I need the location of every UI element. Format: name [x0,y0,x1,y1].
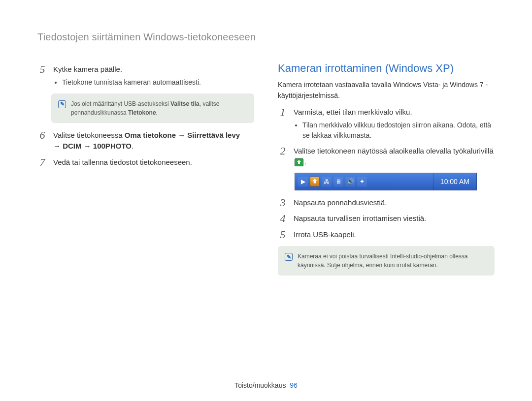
step-body: Valitse tietokoneessa Oma tietokone → Si… [53,130,254,152]
taskbar-clock[interactable]: 10:00 AM [433,173,476,190]
step-number: 1 [278,107,288,141]
two-column-layout: 5 Kytke kamera päälle. Tietokone tunnist… [37,59,495,282]
windows-taskbar-systray: ▶ 🖧 🖥 🔊 ✦ 10:00 AM [295,173,477,190]
tray-start-arrow-icon[interactable]: ▶ [298,177,308,186]
tray-device-icon[interactable]: 🖥 [333,177,343,186]
step-number: 5 [278,229,288,241]
page-number: 96 [290,381,298,389]
section-title: Kameran irrottaminen (Windows XP) [278,62,495,75]
r-step-2: 2 Valitse tietokoneen näytössä alaoikeal… [278,146,495,168]
step-title: Kytke kamera päälle. [53,64,254,75]
step-7: 7 Vedä tai tallenna tiedostot tietokonee… [37,157,254,168]
section-intro: Kamera irrotetaan vastaavalla tavalla Wi… [278,80,495,101]
tray-volume-icon[interactable]: 🔊 [345,177,355,186]
step-body: Varmista, ettei tilan merkkivalo vilku. … [294,107,495,141]
step-body: Kytke kamera päälle. Tietokone tunnistaa… [53,64,254,88]
step-title: Irrota USB-kaapeli. [294,229,495,241]
step-number: 5 [37,64,47,88]
safely-remove-hardware-icon[interactable] [310,177,320,186]
step-title: Vedä tai tallenna tiedostot tietokoneese… [53,157,254,168]
step-6: 6 Valitse tietokoneessa Oma tietokone → … [37,130,254,152]
info-box: ✎ Jos olet määrittänyt USB-asetukseksi V… [51,93,254,123]
info-box: ✎ Kameraa ei voi poistaa turvallisesti I… [278,246,495,276]
step-bullet: Tietokone tunnistaa kameran automaattise… [62,77,254,88]
step-number: 3 [278,197,288,209]
document-page: Tiedostojen siirtäminen Windows-tietokon… [0,0,532,401]
step-title: Napsauta turvallisen irrottamisen viesti… [294,213,495,224]
footer-section: Toisto/muokkaus [234,381,286,389]
r-step-4: 4 Napsauta turvallisen irrottamisen vies… [278,213,495,224]
tray-app-icon[interactable]: ✦ [357,177,367,186]
info-text: Kameraa ei voi poistaa turvallisesti Int… [298,252,488,270]
tray-network-icon[interactable]: 🖧 [322,177,332,186]
r-step-3: 3 Napsauta ponnahdusviestiä. [278,197,495,209]
step-title: Varmista, ettei tilan merkkivalo vilku. [294,107,495,118]
r-step-5: 5 Irrota USB-kaapeli. [278,229,495,241]
step-5: 5 Kytke kamera päälle. Tietokone tunnist… [37,64,254,88]
page-footer: Toisto/muokkaus 96 [0,381,532,389]
step-number: 6 [37,130,47,152]
note-icon: ✎ [285,253,293,261]
page-header: Tiedostojen siirtäminen Windows-tietokon… [37,31,495,48]
safely-remove-hardware-icon[interactable] [295,158,303,166]
step-title: Napsauta ponnahdusviestiä. [294,197,495,209]
step-number: 2 [278,146,288,168]
step-number: 7 [37,157,47,168]
step-number: 4 [278,213,288,224]
step-body: Vedä tai tallenna tiedostot tietokoneese… [53,157,254,168]
step-bullet: Tilan merkkivalo vilkkuu tiedostojen sii… [302,120,495,141]
step-body: Valitse tietokoneen näytössä alaoikealla… [294,146,495,168]
left-column: 5 Kytke kamera päälle. Tietokone tunnist… [37,59,254,282]
r-step-1: 1 Varmista, ettei tilan merkkivalo vilku… [278,107,495,141]
right-column: Kameran irrottaminen (Windows XP) Kamera… [278,59,495,282]
note-icon: ✎ [58,100,66,108]
tray-icon-cluster: ▶ 🖧 🖥 🔊 ✦ [295,173,433,190]
info-text: Jos olet määrittänyt USB-asetukseksi Val… [71,99,247,117]
